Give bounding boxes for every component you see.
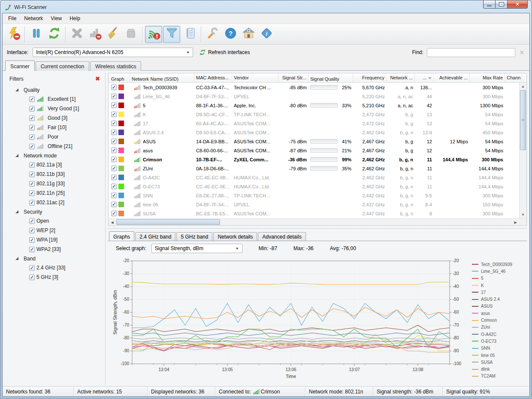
filter-item-wep-2[interactable]: ✓WEP [2] <box>7 226 102 235</box>
filter-item-offline-21[interactable]: ✓Offline [21] <box>7 142 102 151</box>
table-row[interactable]: ✓588-1F-A1-36-...Apple, Inc.-80 dBm33%5,… <box>109 101 526 110</box>
toolbar-settings-button[interactable] <box>204 26 221 43</box>
horizontal-scrollbar-thumb[interactable] <box>116 219 220 225</box>
checkbox[interactable]: ✓ <box>29 265 35 271</box>
filter-item-good-3[interactable]: ✓Good [3] <box>7 113 102 123</box>
checkbox[interactable]: ✓ <box>111 166 117 171</box>
table-row[interactable]: ✓lime 05D4-BF-7F-54-...UPVEL2,437 GHzb, … <box>109 200 526 209</box>
find-input[interactable] <box>427 48 515 57</box>
tab-scanner[interactable]: Scanner <box>5 60 35 71</box>
checkbox[interactable]: ✓ <box>111 103 117 108</box>
column-header-channel[interactable]: ... <box>415 73 434 82</box>
toolbar-about-button[interactable]: i <box>258 26 275 43</box>
scroll-down-icon[interactable]: ▼ <box>520 211 526 218</box>
filter-item-2-4-ghz-33[interactable]: ✓2.4 GHz [33] <box>7 263 102 272</box>
close-filters-icon[interactable]: ✖ <box>95 76 100 82</box>
details-tab-2-4-ghz-band[interactable]: 2.4 GHz band <box>135 232 175 241</box>
toolbar-filter-button[interactable] <box>163 26 180 43</box>
table-row[interactable]: ✓1760-A4-4C-A3-...ASUSTek COM...2,472 GH… <box>109 119 526 128</box>
table-row[interactable]: ✓ZUni0A-18-D6-6B-...-79 dBm35%2,462 GHzb… <box>109 164 526 173</box>
graph-type-select[interactable]: Signal Strength, dBm ▼ <box>151 244 242 253</box>
checkbox[interactable]: ✓ <box>29 134 35 140</box>
filter-item-wpa-19[interactable]: ✓WPA [19] <box>7 235 102 245</box>
maximize-button[interactable] <box>496 0 508 9</box>
checkbox[interactable]: ✓ <box>29 247 35 252</box>
toolbar-wifi-alert-button[interactable] <box>145 26 162 43</box>
filter-group-security[interactable]: Security <box>7 207 102 216</box>
details-tab-network-details[interactable]: Network details <box>213 232 257 241</box>
checkbox[interactable]: ✓ <box>111 184 117 189</box>
column-header-frequency[interactable]: Frequency <box>353 73 387 82</box>
column-header-vendor[interactable]: Vendor <box>232 73 278 82</box>
table-row[interactable]: ✓SUSABC-EE-7B-E5...ASUSTek COM...2,447 G… <box>109 209 526 218</box>
filter-item-802-11n-25[interactable]: ✓802.11n [25] <box>7 188 102 198</box>
close-button[interactable]: ✕ <box>508 0 528 9</box>
menu-view[interactable]: View <box>47 14 66 23</box>
title-bar[interactable]: Wi-Fi Scanner ✕ <box>0 0 532 13</box>
toolbar-clear-button[interactable] <box>104 26 121 43</box>
scroll-right-icon[interactable]: ▶ <box>512 219 519 226</box>
table-row[interactable]: ✓Crimson10-7B-EF-...ZyXEL Comm...-36 dBm… <box>109 155 526 164</box>
interface-select[interactable]: Intel(R) Centrino(R) Advanced-N 6205 ▼ <box>33 48 193 57</box>
filter-item-802-11g-33[interactable]: ✓802.11g [33] <box>7 179 102 188</box>
checkbox[interactable]: ✓ <box>29 190 35 196</box>
toolbar-help-button[interactable]: ? <box>222 26 239 43</box>
column-header-network-name-ssid[interactable]: Network Name (SSID) <box>130 73 194 82</box>
tab-current-connection[interactable]: Current connection <box>36 61 89 71</box>
details-tab-advanced-details[interactable]: Advanced details <box>258 232 305 241</box>
tree-expander-icon[interactable] <box>15 88 18 91</box>
checkbox[interactable]: ✓ <box>29 275 35 280</box>
menu-file[interactable]: File <box>4 14 20 23</box>
column-header-signal-str[interactable]: Signal Str... <box>278 73 308 82</box>
toolbar-details-button[interactable] <box>181 26 198 43</box>
filter-item-wpa2-33[interactable]: ✓WPA2 [33] <box>7 245 102 254</box>
checkbox[interactable]: ✓ <box>111 130 117 135</box>
filter-group-quality[interactable]: Quality <box>7 85 102 94</box>
toolbar-remove-signal-button[interactable] <box>86 26 103 43</box>
menu-help[interactable]: Help <box>66 14 84 23</box>
checkbox[interactable]: ✓ <box>29 181 35 187</box>
column-header-graph[interactable]: Graph <box>109 73 130 82</box>
column-header-max-rate[interactable]: Max Rate <box>470 73 505 82</box>
checkbox[interactable]: ✓ <box>29 218 35 224</box>
filter-item-802-11b-33[interactable]: ✓802.11b [33] <box>7 169 102 179</box>
checkbox[interactable]: ✓ <box>29 200 35 206</box>
checkbox[interactable]: ✓ <box>29 115 35 121</box>
checkbox[interactable]: ✓ <box>111 148 117 153</box>
checkbox[interactable]: ✓ <box>29 172 35 177</box>
filter-item-802-11ac-2[interactable]: ✓802.11ac [2] <box>7 198 102 207</box>
tree-expander-icon[interactable] <box>15 154 18 157</box>
table-row[interactable]: ✓KD8-5D-4C-CF...TP-LINK TECH...2,472 GHz… <box>109 110 526 119</box>
filter-group-network-mode[interactable]: Network mode <box>7 151 102 160</box>
menu-network[interactable]: Network <box>20 14 47 23</box>
checkbox[interactable]: ✓ <box>29 125 35 130</box>
filter-item-802-11a-3[interactable]: ✓802.11a [3] <box>7 160 102 169</box>
scroll-up-icon[interactable]: ▲ <box>520 83 526 90</box>
checkbox[interactable]: ✓ <box>29 162 35 168</box>
vertical-scrollbar-thumb[interactable] <box>520 90 526 150</box>
toolbar-refresh-button[interactable] <box>45 26 63 43</box>
table-row[interactable]: ✓O-A42CCC-4E-EC-9B...HUMAX Co., Ltd.2,46… <box>109 173 526 182</box>
checkbox[interactable]: ✓ <box>29 97 35 102</box>
checkbox[interactable]: ✓ <box>29 237 35 243</box>
scroll-left-icon[interactable]: ◀ <box>109 219 116 226</box>
column-header-signal-quality[interactable]: Signal Quality <box>308 73 353 82</box>
checkbox[interactable]: ✓ <box>111 139 117 144</box>
table-row[interactable]: ✓O-EC73CC-4E-EC-9E...HUMAX Co., Ltd.2,46… <box>109 182 526 191</box>
checkbox[interactable]: ✓ <box>111 85 117 90</box>
filter-group-band[interactable]: Band <box>7 254 102 263</box>
checkbox[interactable]: ✓ <box>29 106 35 112</box>
details-tab-5-ghz-band[interactable]: 5 GHz band <box>176 232 212 241</box>
checkbox[interactable]: ✓ <box>111 193 117 198</box>
horizontal-scrollbar[interactable]: ◀ ▶ <box>109 218 526 225</box>
checkbox[interactable]: ✓ <box>111 175 117 180</box>
clear-find-icon[interactable]: ✕ <box>520 49 524 56</box>
details-tab-graphs[interactable]: Graphs <box>109 231 134 241</box>
toolbar-delete-button[interactable] <box>68 26 85 43</box>
panel-splitter[interactable] <box>108 226 527 229</box>
checkbox[interactable]: ✓ <box>29 144 35 149</box>
filter-item-5-ghz-3[interactable]: ✓5 GHz [3] <box>7 272 102 282</box>
checkbox[interactable]: ✓ <box>111 121 117 126</box>
table-row[interactable]: ✓asusC8-60-00-66-...ASUSTek COM...-87 dB… <box>109 146 526 155</box>
table-row[interactable]: ✓Tech_D0003939CC-03-FA-47-...Technicolor… <box>109 83 526 92</box>
